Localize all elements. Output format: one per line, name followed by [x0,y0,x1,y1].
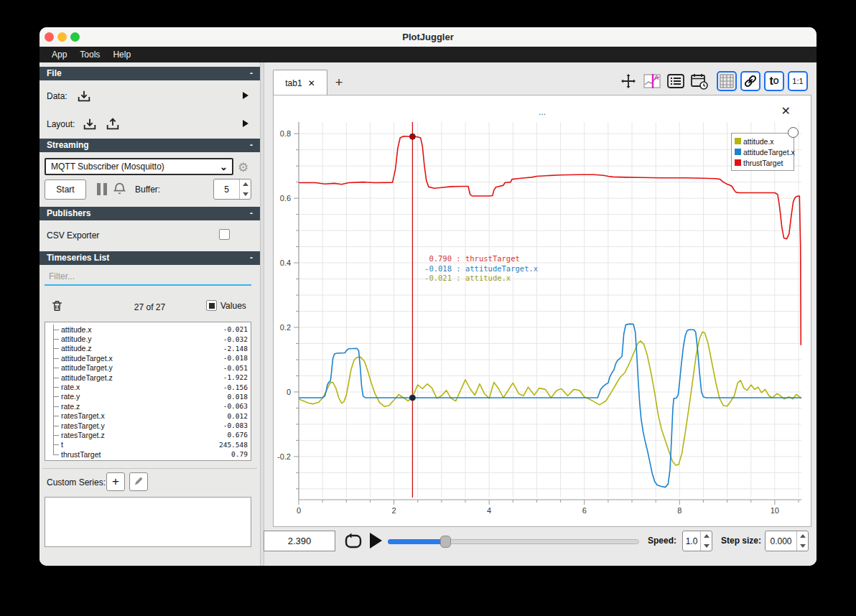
load-data-icon[interactable] [76,88,92,104]
collapse-icon[interactable]: - [250,139,253,152]
link-axes-button[interactable] [740,71,760,91]
speed-spinbox[interactable]: 1.0 [682,531,712,551]
playback-bar: 2.390 Speed: 1.0 Step size: 0.000 [264,529,817,555]
data-expand-icon[interactable] [243,92,248,99]
add-tab-button[interactable]: + [330,74,348,91]
menu-item-app[interactable]: App [45,47,73,62]
series-name: attitudeTarget.y [61,363,223,372]
tracker-line: -0.018 : attitudeTarget.x [417,264,538,274]
series-value: -0.051 [223,364,248,372]
tree-branch-icon [50,334,61,343]
legend-swatch-icon [735,138,741,144]
plot-widget[interactable]: ... ✕ 02468100.80.60.40.20-0.2 0.790 : t… [273,95,811,527]
speed-label: Speed: [648,531,676,551]
legend-entry[interactable]: thrustTarget [735,157,791,168]
timeseries-list[interactable]: attitude.x-0.021attitude.y-0.032attitude… [45,322,251,461]
tree-branch-icon [50,411,61,421]
list-item[interactable]: rate.x-0.156 [50,382,248,391]
plot-canvas[interactable]: 02468100.80.60.40.20-0.2 [274,95,811,526]
layout-label: Layout: [47,119,75,129]
tree-branch-icon [50,401,61,411]
ratio-button[interactable]: 1:1 [788,71,808,91]
series-value: -0.018 [223,354,248,362]
zoom-selection-button[interactable]: A [642,71,662,91]
legend-entry[interactable]: attitude.x [735,136,791,146]
series-value: 245.548 [219,441,248,449]
spinner-arrows[interactable] [700,531,712,551]
playback-time-display[interactable]: 2.390 [264,531,335,551]
filter-input[interactable] [45,269,251,286]
streaming-source-select[interactable]: MQTT Subscriber (Mosquitto) ⌄ [45,158,233,175]
list-item[interactable]: rate.y0.018 [50,392,248,401]
collapse-icon[interactable]: - [250,67,253,80]
list-item[interactable]: rate.z-0.063 [50,401,248,411]
timeseries-section-header[interactable]: Timeseries List - [39,251,260,265]
series-name: attitude.z [61,344,223,353]
add-custom-series-button[interactable]: + [106,472,125,491]
list-item[interactable]: thrustTarget0.79 [50,449,248,459]
main-body: File - Data: Layout: Str [39,62,817,566]
series-name: attitude.y [61,335,223,343]
list-item[interactable]: attitudeTarget.x-0.018 [50,353,248,363]
legend-label: thrustTarget [743,159,783,167]
buffer-spinbox[interactable]: 5 [213,179,251,200]
spinner-arrows[interactable] [796,531,808,551]
legend-swatch-icon [735,149,741,155]
menu-item-tools[interactable]: Tools [73,47,106,62]
legend-handle-icon[interactable] [788,127,799,138]
legend-label: attitudeTarget.x [743,148,795,157]
close-tab-icon[interactable]: ✕ [308,78,315,88]
grid-toggle-button[interactable] [717,71,737,91]
gear-icon[interactable]: ⚙ [238,160,248,175]
list-item[interactable]: ratesTarget.z0.676 [50,430,248,439]
values-checkbox[interactable] [206,300,217,311]
streaming-section-header[interactable]: Streaming - [39,139,260,152]
pan-zoom-button[interactable] [618,71,638,91]
values-toggle[interactable]: Values [206,300,246,311]
edit-custom-series-button[interactable] [129,472,148,491]
timeline-slider[interactable] [388,536,639,547]
pause-icon[interactable] [97,183,107,195]
collapse-icon[interactable]: - [250,251,253,265]
tree-branch-icon [50,440,61,449]
list-item[interactable]: attitudeTarget.y-0.051 [50,363,248,373]
play-button[interactable] [370,533,382,549]
time-offset-button[interactable]: tO [764,71,784,91]
tree-branch-icon [50,353,61,363]
save-layout-icon[interactable] [105,116,121,132]
tracker-dot-icon [409,134,415,139]
collapse-icon[interactable]: - [250,207,253,220]
list-item[interactable]: attitudeTarget.z-1.922 [50,373,248,382]
step-size-spinbox[interactable]: 0.000 [765,531,809,551]
csv-exporter-checkbox[interactable] [219,229,230,240]
list-item[interactable]: ratesTarget.y-0.083 [50,421,248,430]
list-item[interactable]: attitude.y-0.032 [50,334,248,343]
publishers-section-header[interactable]: Publishers - [39,207,260,220]
list-item[interactable]: attitude.z-2.148 [50,344,248,353]
tab-tab1[interactable]: tab1 ✕ [273,70,327,95]
layout-expand-icon[interactable] [243,120,248,127]
menu-item-help[interactable]: Help [106,47,137,62]
list-item[interactable]: attitude.x-0.021 [50,325,248,334]
load-layout-icon[interactable] [82,116,98,132]
loop-icon[interactable] [343,531,364,551]
slider-handle[interactable] [440,536,451,548]
file-section-header[interactable]: File - [39,67,260,80]
bell-icon[interactable] [112,181,127,196]
plotjuggler-window: PlotJuggler AppToolsHelp File - Data: La… [39,27,817,566]
series-name: ratesTarget.x [61,411,227,420]
tree-branch-icon [50,421,61,430]
svg-text:0.6: 0.6 [280,194,291,202]
legend-entry[interactable]: attitudeTarget.x [735,146,791,157]
window-title: PlotJuggler [39,27,817,47]
legend-list-button[interactable] [666,71,686,91]
list-item[interactable]: ratesTarget.x0.012 [50,411,248,421]
spinner-arrows[interactable] [239,179,251,199]
series-value: 0.676 [227,431,248,439]
custom-series-list[interactable] [45,497,251,547]
datetime-button[interactable] [689,71,710,91]
svg-text:4: 4 [487,506,491,515]
list-item[interactable]: t245.548 [50,440,248,449]
plot-legend[interactable]: attitude.xattitudeTarget.xthrustTarget [731,133,794,171]
start-button[interactable]: Start [45,179,86,200]
